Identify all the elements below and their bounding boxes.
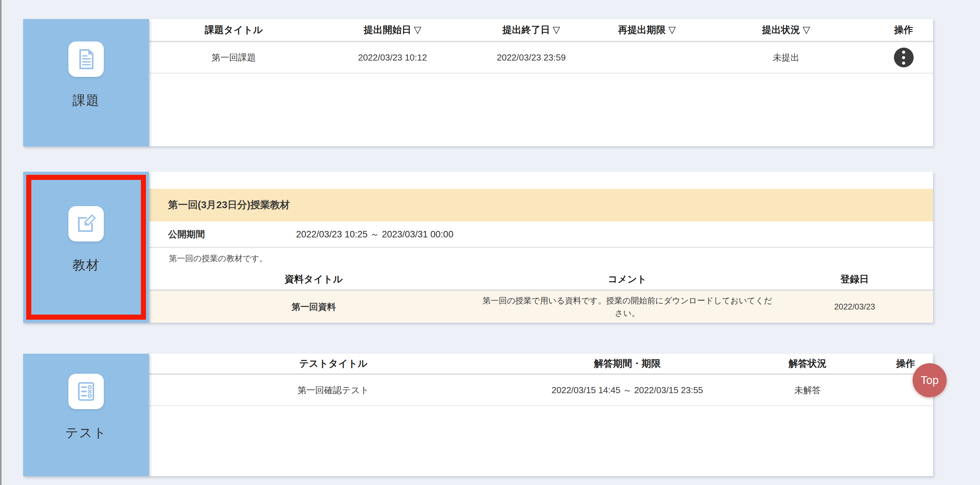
scroll-to-top-button[interactable]: Top: [913, 363, 947, 397]
test-answer-status: 未解答: [737, 384, 878, 396]
materials-top-spacer: [149, 172, 933, 189]
assignment-row[interactable]: 第一回課題 2022/03/23 10:12 2022/03/23 23:59 …: [149, 42, 933, 73]
section-tests: テスト テストタイトル 解答期間・期限 解答状況 操作 第一回確認テスト 202…: [23, 354, 933, 476]
publication-period-value: 2022/03/23 10:25 ～ 2023/03/31 00:00: [296, 228, 453, 240]
section-materials: 教材 第一回(3月23日分)授業教材 公開期間 2022/03/23 10:25…: [23, 172, 933, 323]
column-header-actions: 操作: [874, 24, 933, 37]
column-header-answer-period: 解答期間・期限: [517, 357, 737, 370]
material-registered-date: 2022/03/23: [776, 302, 933, 312]
sidebar-item-materials[interactable]: 教材: [23, 172, 149, 323]
materials-table-header: 資料タイトル コメント 登録日: [149, 269, 933, 289]
tests-empty-area: [149, 406, 933, 476]
sidebar-item-label: 教材: [73, 256, 100, 274]
material-row[interactable]: 第一回資料 第一回の授業で用いる資料です。授業の開始前にダウンロードしておいてく…: [149, 291, 933, 323]
material-group-title: 第一回(3月23日分)授業教材: [149, 189, 933, 221]
column-header-resubmit-deadline-sort[interactable]: 再提出期限 ▽: [596, 24, 698, 37]
checklist-icon: [68, 374, 104, 409]
tests-table-header: テストタイトル 解答期間・期限 解答状況 操作: [149, 354, 933, 374]
column-header-submit-status-sort[interactable]: 提出状況 ▽: [698, 24, 874, 37]
sidebar-item-label: 課題: [73, 92, 100, 109]
section-assignments: 課題 課題タイトル 提出開始日 ▽ 提出終了日 ▽ 再提出期限 ▽ 提出状況 ▽…: [23, 19, 933, 146]
document-icon: [68, 41, 104, 77]
column-header-test-title: テストタイトル: [149, 357, 517, 370]
material-group-description: 第一回の授業の教材です。: [149, 248, 933, 269]
material-comment: 第一回の授業で用いる資料です。授業の開始前にダウンロードしておいてください。: [479, 294, 776, 320]
sidebar-item-tests[interactable]: テスト: [23, 354, 149, 476]
column-header-material-title: 資料タイトル: [149, 273, 479, 286]
column-header-registered-date: 登録日: [776, 273, 933, 286]
column-header-submit-end-sort[interactable]: 提出終了日 ▽: [466, 24, 596, 37]
material-title[interactable]: 第一回資料: [149, 301, 479, 313]
tests-panel: テストタイトル 解答期間・期限 解答状況 操作 第一回確認テスト 2022/03…: [149, 354, 933, 476]
column-header-answer-status: 解答状況: [737, 357, 878, 370]
test-title[interactable]: 第一回確認テスト: [149, 384, 517, 396]
column-header-title: 課題タイトル: [149, 24, 318, 37]
window-left-edge: [0, 0, 2, 485]
assignments-table-header: 課題タイトル 提出開始日 ▽ 提出終了日 ▽ 再提出期限 ▽ 提出状況 ▽ 操作: [149, 19, 933, 41]
publication-period-label: 公開期間: [149, 228, 296, 240]
assignments-empty-area: [149, 73, 933, 146]
edit-icon: [68, 206, 104, 242]
assignment-status: 未提出: [698, 52, 874, 64]
kebab-menu-button[interactable]: [894, 48, 914, 67]
publication-period-row: 公開期間 2022/03/23 10:25 ～ 2023/03/31 00:00: [149, 221, 933, 248]
sidebar-item-label: テスト: [65, 424, 107, 442]
test-row[interactable]: 第一回確認テスト 2022/03/15 14:45 ～ 2022/03/15 2…: [149, 375, 933, 406]
column-header-submit-start-sort[interactable]: 提出開始日 ▽: [318, 24, 466, 37]
test-answer-period: 2022/03/15 14:45 ～ 2022/03/15 23:55: [517, 384, 737, 396]
assignment-start-date: 2022/03/23 10:12: [318, 52, 466, 63]
assignment-title[interactable]: 第一回課題: [149, 52, 318, 64]
assignment-end-date: 2022/03/23 23:59: [466, 52, 596, 63]
materials-panel: 第一回(3月23日分)授業教材 公開期間 2022/03/23 10:25 ～ …: [149, 172, 933, 323]
sidebar-item-assignments[interactable]: 課題: [23, 19, 149, 146]
assignments-panel: 課題タイトル 提出開始日 ▽ 提出終了日 ▽ 再提出期限 ▽ 提出状況 ▽ 操作…: [149, 19, 933, 146]
column-header-comment: コメント: [479, 273, 776, 286]
